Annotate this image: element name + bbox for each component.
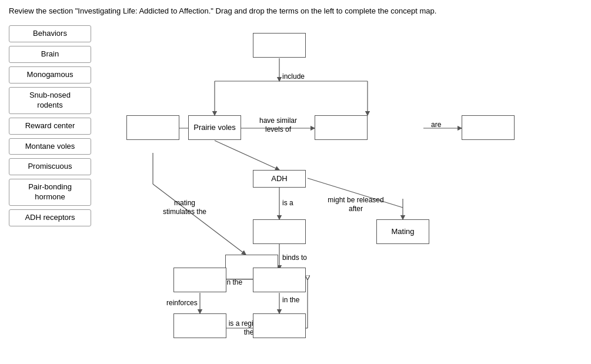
- node-blank-center[interactable]: [253, 219, 306, 244]
- node-top-blank[interactable]: [253, 33, 306, 58]
- label-binds-to: binds to: [282, 253, 307, 262]
- svg-line-7: [153, 184, 246, 255]
- terms-panel: Behaviors Brain Monogamous Snub-nosedrod…: [9, 25, 91, 355]
- node-blank-far-right[interactable]: [462, 115, 515, 140]
- node-adh: ADH: [253, 170, 306, 188]
- term-adh-receptors[interactable]: ADH receptors: [9, 209, 91, 226]
- label-are-right: are: [431, 121, 441, 129]
- instructions: Review the section "Investigating Life: …: [9, 6, 582, 16]
- node-mating-label: Mating: [376, 219, 429, 244]
- term-reward-center[interactable]: Reward center: [9, 118, 91, 135]
- mating-text: Mating: [391, 227, 414, 237]
- label-is-a: is a: [282, 199, 293, 207]
- node-blank-bottom-left2[interactable]: [173, 313, 226, 338]
- term-brain[interactable]: Brain: [9, 46, 91, 63]
- node-blank-bottom-left[interactable]: [173, 268, 226, 292]
- label-mating-stimulates: mating stimulates the: [158, 199, 211, 216]
- label-reinforces: reinforces: [166, 299, 198, 307]
- term-pair-bonding-hormone[interactable]: Pair-bondinghormone: [9, 179, 91, 206]
- term-promiscuous[interactable]: Promiscuous: [9, 158, 91, 175]
- label-include: include: [282, 72, 305, 81]
- node-blank-bottom-center[interactable]: [253, 268, 306, 292]
- node-prairie-voles: Prairie voles: [188, 115, 241, 140]
- term-snub-nosed-rodents[interactable]: Snub-nosedrodents: [9, 87, 91, 114]
- label-in-the: in the: [282, 296, 299, 304]
- label-have-similar: have similar levels of: [255, 116, 302, 133]
- node-blank-left[interactable]: [126, 115, 179, 140]
- term-behaviors[interactable]: Behaviors: [9, 25, 91, 42]
- concept-map: include are have similar levels of are m…: [97, 25, 582, 355]
- label-might-be-released: might be released after: [326, 196, 385, 213]
- main-container: Behaviors Brain Monogamous Snub-nosedrod…: [9, 25, 582, 355]
- adh-label: ADH: [271, 174, 287, 184]
- prairie-voles-label: Prairie voles: [193, 123, 236, 133]
- node-blank-right-top[interactable]: [315, 115, 368, 140]
- svg-line-9: [215, 141, 279, 170]
- term-montane-voles[interactable]: Montane voles: [9, 138, 91, 155]
- node-blank-bottom-right[interactable]: [253, 313, 306, 338]
- term-monogamous[interactable]: Monogamous: [9, 66, 91, 84]
